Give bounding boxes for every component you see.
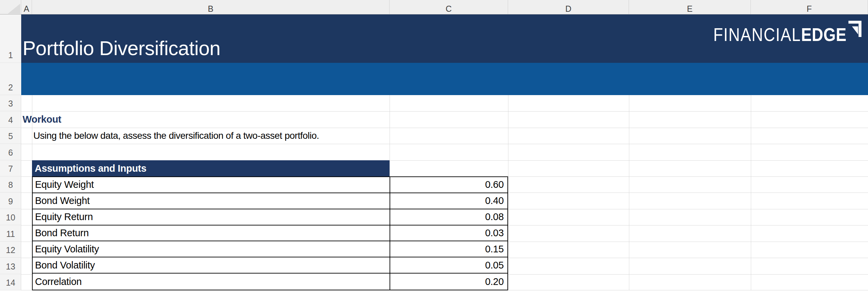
row-header-8[interactable]: 8: [0, 176, 21, 192]
brand-logo-text: FINANCIALEDGE: [713, 25, 846, 44]
row-header-1[interactable]: 1: [0, 14, 21, 63]
corner-bracket-icon: [848, 20, 862, 39]
assumption-label-cell[interactable]: Equity Volatility: [33, 241, 390, 257]
column-header-f[interactable]: F: [751, 0, 868, 14]
row-header-11[interactable]: 11: [0, 225, 21, 242]
row-header-9[interactable]: 9: [0, 192, 21, 209]
column-header-b[interactable]: B: [32, 0, 390, 14]
row-header-6[interactable]: 6: [0, 144, 21, 160]
column-header-d[interactable]: D: [508, 0, 629, 14]
row-header-12[interactable]: 12: [0, 242, 21, 258]
row-header-10[interactable]: 10: [0, 209, 21, 225]
select-all-triangle-icon: [8, 4, 20, 14]
assumption-value-cell[interactable]: 0.40: [390, 193, 507, 209]
row-header-13[interactable]: 13: [0, 258, 21, 274]
brand-logo-edge: EDGE: [801, 25, 846, 44]
row-header-14[interactable]: 14: [0, 274, 21, 290]
select-all-corner[interactable]: [0, 0, 21, 14]
assumption-label-cell[interactable]: Equity Return: [33, 209, 390, 225]
column-header-c[interactable]: C: [390, 0, 508, 14]
spreadsheet: A B C D E F 1 2 3 4 5 6 7 8 9 10 11 12 1…: [0, 0, 868, 291]
assumption-value-cell[interactable]: 0.08: [390, 209, 507, 225]
assumption-value-cell[interactable]: 0.20: [390, 274, 507, 290]
brand-logo: FINANCIALEDGE: [688, 19, 862, 44]
instruction-cell[interactable]: Using the below data, assess the diversi…: [33, 128, 319, 144]
column-header-e[interactable]: E: [629, 0, 751, 14]
brand-logo-financial: FINANCIAL: [713, 25, 801, 44]
sub-banner-cell[interactable]: [21, 63, 868, 95]
assumption-label-cell[interactable]: Bond Volatility: [33, 257, 390, 274]
assumption-label-cell[interactable]: Correlation: [33, 274, 390, 290]
assumptions-table: Equity Weight 0.60 Bond Weight 0.40 Equi…: [32, 176, 508, 290]
assumptions-header-cell[interactable]: Assumptions and Inputs: [32, 160, 390, 176]
gridline: [751, 95, 751, 290]
title-banner-cell[interactable]: Portfolio Diversification FINANCIALEDGE: [21, 14, 868, 63]
row-header-3[interactable]: 3: [0, 95, 21, 111]
row-header-5[interactable]: 5: [0, 128, 21, 144]
row-header-7[interactable]: 7: [0, 160, 21, 176]
assumption-value-cell[interactable]: 0.05: [390, 257, 507, 274]
gridline: [508, 95, 508, 290]
page-title: Portfolio Diversification: [23, 38, 220, 59]
gridline: [21, 95, 21, 290]
assumption-label-cell[interactable]: Bond Return: [33, 225, 390, 242]
column-header-strip: A B C D E F: [0, 0, 868, 14]
workout-heading-cell[interactable]: Workout: [23, 111, 61, 128]
assumption-value-cell[interactable]: 0.15: [390, 241, 507, 257]
row-header-4[interactable]: 4: [0, 111, 21, 128]
assumption-label-cell[interactable]: Bond Weight: [33, 193, 390, 209]
assumption-label-cell[interactable]: Equity Weight: [33, 177, 390, 193]
gridline: [21, 144, 868, 144]
assumption-value-cell[interactable]: 0.03: [390, 225, 507, 242]
row-header-gutter: 1 2 3 4 5 6 7 8 9 10 11 12 13 14: [0, 14, 21, 290]
gridline: [629, 95, 629, 290]
assumption-value-cell[interactable]: 0.60: [390, 177, 507, 193]
column-header-a[interactable]: A: [21, 0, 32, 14]
gridline: [21, 111, 868, 112]
row-header-2[interactable]: 2: [0, 63, 21, 95]
